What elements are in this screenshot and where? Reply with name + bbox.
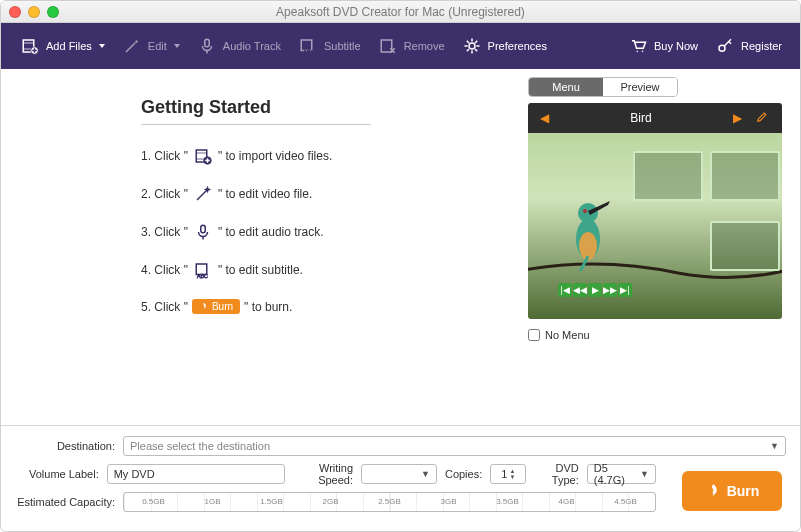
menu-thumb-1 [633,151,703,201]
svg-point-23 [636,50,638,52]
subtitle-icon: ABC [297,37,319,55]
menu-thumb-3 [710,221,780,271]
copies-value: 1 [501,468,507,480]
svg-text:ABC: ABC [197,273,208,279]
magic-wand-icon [192,185,214,203]
add-files-label: Add Files [46,40,92,52]
burn-button-label: Burn [727,483,760,499]
svg-rect-7 [205,39,210,47]
svg-point-14 [469,43,475,49]
prev-template-button[interactable]: ◀ [540,111,549,125]
preview-tabs: Menu Preview [528,77,678,97]
volume-label-value: My DVD [114,468,155,480]
playback-controls-graphic: |◀◀◀▶▶▶▶| [558,283,632,297]
step-5: 5. Click " Burn " to burn. [141,299,528,314]
chevron-down-icon [174,44,180,48]
svg-text:ABC: ABC [303,49,316,55]
preview-panel: Menu Preview ◀ Bird ▶ [528,69,800,425]
menu-preview: |◀◀◀▶▶▶▶| [528,133,782,319]
burn-pill-icon: Burn [192,299,240,314]
svg-rect-11 [381,40,392,52]
destination-value: Please select the destination [130,440,270,452]
svg-line-22 [475,41,477,43]
cart-icon [627,37,649,55]
audio-track-button[interactable]: Audio Track [188,31,289,61]
chevron-down-icon: ▼ [640,469,649,479]
svg-rect-35 [201,225,206,233]
buy-now-button[interactable]: Buy Now [619,31,706,61]
bird-graphic [558,191,618,271]
window-title: Apeaksoft DVD Creator for Mac (Unregiste… [1,5,800,19]
dvd-type-label: DVD Type: [534,462,578,486]
tab-preview[interactable]: Preview [603,78,677,96]
step-1: 1. Click " " to import video files. [141,147,528,165]
menu-thumb-2 [710,151,780,201]
microphone-icon [192,223,214,241]
toolbar: Add Files Edit Audio Track ABC Subtitle [1,23,800,69]
svg-point-41 [578,203,598,223]
svg-point-24 [641,50,643,52]
svg-line-34 [197,190,208,201]
destination-select[interactable]: Please select the destination ▼ [123,436,786,456]
divider [141,124,371,125]
burn-button[interactable]: Burn [682,471,782,511]
step-2: 2. Click " " to edit video file. [141,185,528,203]
svg-line-20 [475,49,477,51]
gear-icon [461,37,483,55]
destination-label: Destination: [15,440,115,452]
filmstrip-remove-icon [377,37,399,55]
copies-label: Copies: [445,468,482,480]
filmstrip-add-icon [19,37,41,55]
magic-wand-icon [121,37,143,55]
step-3: 3. Click " " to edit audio track. [141,223,528,241]
no-menu-label: No Menu [545,329,590,341]
audio-track-label: Audio Track [223,40,281,52]
svg-point-42 [583,209,587,213]
tab-menu[interactable]: Menu [529,78,603,96]
capacity-ruler: 0.5GB 1GB 1.5GB 2GB 2.5GB 3GB 3.5GB 4GB … [123,492,656,512]
no-menu-input[interactable] [528,329,540,341]
svg-line-21 [466,49,468,51]
flame-icon [705,483,721,499]
add-files-button[interactable]: Add Files [11,31,113,61]
template-title: Bird [630,111,651,125]
copies-stepper[interactable]: 1 ▲▼ [490,464,526,484]
preview-header: ◀ Bird ▶ [528,103,782,133]
remove-button[interactable]: Remove [369,31,453,61]
preferences-label: Preferences [488,40,547,52]
chevron-down-icon: ▼ [770,441,779,451]
preferences-button[interactable]: Preferences [453,31,555,61]
no-menu-checkbox[interactable]: No Menu [528,329,782,341]
titlebar: Apeaksoft DVD Creator for Mac (Unregiste… [1,1,800,23]
next-template-button[interactable]: ▶ [733,111,742,125]
estimated-capacity-label: Estimated Capacity: [15,496,115,508]
svg-point-25 [719,45,725,51]
getting-started-heading: Getting Started [141,97,528,118]
key-icon [714,37,736,55]
chevron-down-icon [99,44,105,48]
spinner-icon[interactable]: ▲▼ [509,468,515,480]
writing-speed-select[interactable]: ▼ [361,464,437,484]
subtitle-button[interactable]: ABC Subtitle [289,31,369,61]
chevron-down-icon: ▼ [421,469,430,479]
edit-template-button[interactable] [756,109,770,127]
step-4: 4. Click " ABC " to edit subtitle. [141,261,528,279]
bottom-form: Destination: Please select the destinati… [1,425,800,530]
buy-now-label: Buy Now [654,40,698,52]
microphone-icon [196,37,218,55]
filmstrip-add-icon [192,147,214,165]
getting-started-panel: Getting Started 1. Click " " to import v… [1,69,528,425]
dvd-type-value: D5 (4.7G) [594,462,640,486]
dvd-type-select[interactable]: D5 (4.7G) ▼ [587,464,656,484]
writing-speed-label: Writing Speed: [293,462,353,486]
subtitle-icon: ABC [192,261,214,279]
svg-point-40 [579,232,597,260]
edit-button[interactable]: Edit [113,31,188,61]
edit-label: Edit [148,40,167,52]
register-button[interactable]: Register [706,31,790,61]
svg-line-27 [729,42,731,44]
register-label: Register [741,40,782,52]
svg-line-6 [126,42,137,53]
volume-label-input[interactable]: My DVD [107,464,285,484]
volume-label-label: Volume Label: [15,468,99,480]
